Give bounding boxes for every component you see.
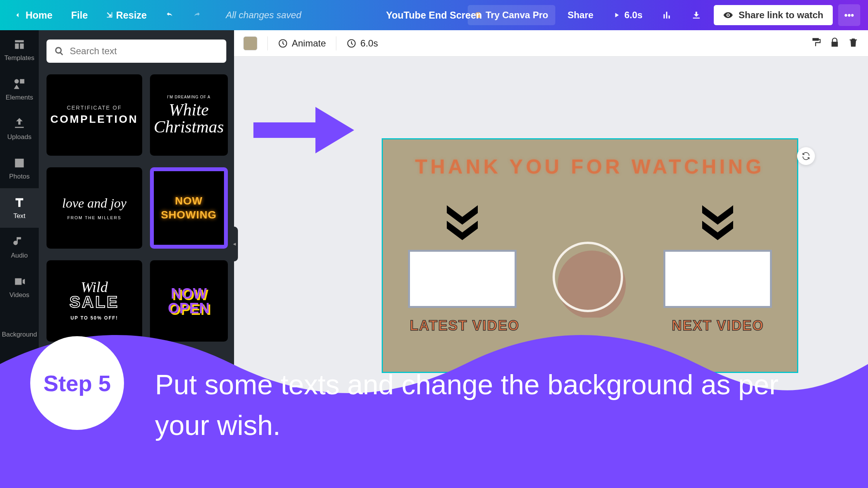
double-chevron-down-icon[interactable] (443, 205, 482, 240)
animate-button[interactable]: Animate (278, 38, 326, 49)
share-button[interactable]: Share (561, 5, 601, 25)
photos-icon (13, 156, 26, 170)
download-icon (691, 10, 701, 20)
more-options-button[interactable]: ••• (838, 4, 860, 26)
lock-icon (829, 37, 840, 48)
chart-icon (662, 10, 672, 20)
text-template-wild-sale[interactable]: Wild SALE UP TO 50% OFF! (46, 260, 142, 342)
analytics-button[interactable] (655, 5, 679, 25)
videos-icon (13, 275, 26, 288)
next-video-label[interactable]: NEXT VIDEO (672, 318, 764, 334)
sidebar-item-elements[interactable]: Elements (0, 70, 39, 109)
background-color-swatch[interactable] (243, 36, 257, 50)
editor-area: Animate 6.0s THANK YOU FOR WA (234, 30, 868, 488)
uploads-icon (13, 117, 26, 130)
delete-button[interactable] (848, 37, 859, 50)
subscribe-circle[interactable] (551, 240, 629, 318)
design-canvas[interactable]: THANK YOU FOR WATCHING LATEST VIDEO NEXT… (382, 138, 798, 373)
sidebar-item-uploads[interactable]: Uploads (0, 109, 39, 149)
resize-button[interactable]: ⇲ Resize (101, 6, 152, 25)
sidebar-item-templates[interactable]: Templates (0, 30, 39, 70)
play-icon (613, 11, 620, 19)
regenerate-button[interactable] (797, 147, 815, 165)
redo-icon (193, 11, 201, 19)
svg-point-4 (558, 251, 626, 318)
latest-video-label[interactable]: LATEST VIDEO (410, 318, 520, 334)
text-template-white-christmas[interactable]: I'M DREAMING OF A White Christmas (150, 74, 228, 156)
add-page-button[interactable]: + (360, 466, 418, 484)
text-icon (13, 196, 26, 209)
sidebar-item-photos[interactable]: Photos (0, 149, 39, 188)
audio-icon (13, 235, 26, 249)
sidebar-item-background[interactable]: Background (0, 307, 39, 346)
paint-roller-icon (811, 37, 822, 48)
save-status: All changes saved (226, 10, 301, 21)
context-toolbar: Animate 6.0s (234, 30, 868, 57)
text-template-now-open[interactable]: NOW OPEN (150, 260, 228, 342)
search-input-wrapper[interactable] (46, 40, 226, 63)
refresh-icon (801, 151, 811, 161)
text-template-love-joy[interactable]: love and joy FROM THE MILLERS (46, 167, 142, 249)
download-button[interactable] (684, 5, 708, 25)
search-text-input[interactable] (70, 46, 219, 57)
play-icon (250, 467, 264, 481)
next-video-placeholder[interactable] (663, 250, 772, 308)
panel-collapse-toggle[interactable]: ◄ (231, 227, 238, 261)
canvas-heading-text[interactable]: THANK YOU FOR WATCHING (415, 155, 765, 178)
home-label: Home (26, 10, 52, 21)
sidebar-item-videos[interactable]: Videos (0, 267, 39, 307)
eye-icon (723, 10, 733, 20)
page-thumbnail[interactable] (275, 466, 349, 484)
background-icon (13, 314, 26, 328)
text-template-spirit[interactable]: SPIRIT (46, 353, 142, 400)
undo-icon (165, 11, 174, 19)
sidebar-item-audio[interactable]: Audio (0, 228, 39, 267)
duration-button[interactable]: 6.0s (346, 38, 378, 49)
elements-icon (13, 77, 26, 91)
double-chevron-down-icon[interactable] (698, 205, 737, 240)
text-template-certificate[interactable]: CERTIFICATE OF COMPLETION (46, 74, 142, 156)
latest-video-placeholder[interactable] (408, 250, 517, 308)
document-title[interactable]: YouTube End Screen (386, 10, 482, 21)
file-button[interactable]: File (65, 6, 93, 25)
redo-button[interactable] (187, 7, 207, 23)
undo-button[interactable] (160, 7, 179, 23)
preview-play-button[interactable]: 6.0s (606, 5, 649, 25)
svg-point-0 (14, 79, 19, 83)
templates-icon (13, 38, 26, 51)
text-template-now-showing[interactable]: NOW SHOWING (150, 167, 228, 249)
chevron-left-icon (13, 11, 22, 19)
top-toolbar: Home File ⇲ Resize All changes saved You… (0, 0, 868, 30)
canvas-viewport[interactable]: THANK YOU FOR WATCHING LATEST VIDEO NEXT… (234, 57, 868, 455)
search-icon (54, 46, 64, 56)
svg-rect-1 (20, 79, 24, 83)
timeline-play-button[interactable] (250, 467, 264, 483)
tool-sidebar: Templates Elements Uploads Photos Text A… (0, 30, 39, 488)
tutorial-arrow-icon (253, 103, 358, 157)
horizontal-scrollbar[interactable] (234, 455, 868, 461)
sidebar-item-text[interactable]: Text (0, 188, 39, 228)
trash-icon (848, 37, 859, 48)
share-link-button[interactable]: Share link to watch (714, 5, 833, 25)
lock-button[interactable] (829, 37, 840, 50)
timeline: + (234, 461, 868, 488)
animate-icon (278, 38, 288, 48)
resize-icon: ⇲ (107, 11, 112, 19)
home-button[interactable]: Home (8, 6, 58, 25)
clock-icon (346, 38, 356, 48)
style-copy-button[interactable] (811, 37, 822, 50)
text-templates-panel: CERTIFICATE OF COMPLETION I'M DREAMING O… (39, 30, 234, 488)
